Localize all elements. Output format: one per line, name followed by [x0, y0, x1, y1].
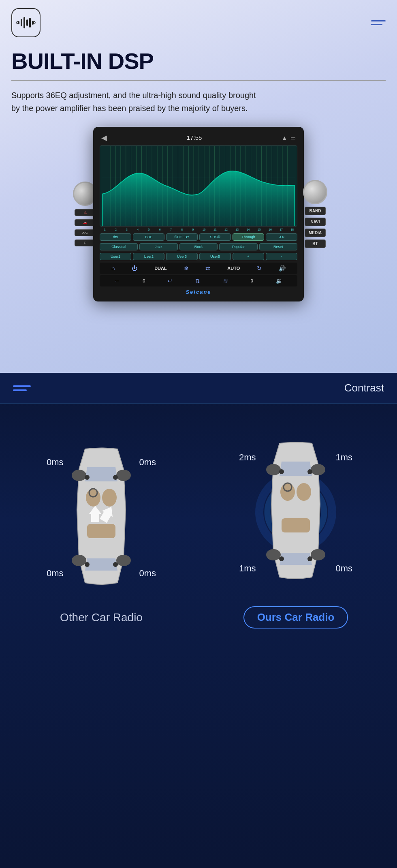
jazz-btn[interactable]: Jazz: [139, 243, 177, 250]
logo-box[interactable]: [11, 8, 41, 37]
battery-icon: ▭: [290, 135, 296, 141]
description-text: Supports 36EQ adjustment, and the ultra-…: [11, 89, 263, 115]
page-title: BUILT-IN DSP: [11, 49, 386, 74]
svg-point-63: [280, 483, 295, 501]
ours-car-visual: [259, 439, 332, 587]
radio-top-bar: ◀ 17:55 ▲ ▭: [100, 133, 297, 142]
ours-timing-bottom-left: 1ms: [239, 563, 256, 574]
back-button[interactable]: ◀: [101, 133, 107, 142]
eq-chart-area: [100, 145, 297, 227]
svg-point-72: [307, 469, 312, 474]
user2-btn[interactable]: User2: [133, 253, 164, 260]
user5-btn[interactable]: User5: [199, 253, 231, 260]
contrast-line-2: [13, 389, 27, 391]
svg-point-71: [279, 469, 284, 474]
zero-label-2: 0: [251, 278, 253, 283]
contrast-line-1: [13, 385, 31, 387]
extra-btn[interactable]: ↺↻: [266, 233, 297, 241]
svg-rect-3: [26, 19, 28, 26]
corner-icon[interactable]: ↵: [168, 278, 173, 284]
other-car-svg: [65, 445, 138, 591]
sync-icon[interactable]: ⇄: [205, 265, 210, 272]
home-nav-icon[interactable]: ⌂: [111, 265, 115, 272]
top-section: BUILT-IN DSP Supports 36EQ adjustment, a…: [0, 0, 397, 373]
svg-rect-2: [23, 17, 25, 28]
comparison-area: 0ms 0ms 0ms 0ms: [0, 404, 397, 645]
menu-button[interactable]: [371, 20, 386, 25]
rock-btn[interactable]: Rock: [179, 243, 218, 250]
srs-btn[interactable]: SRS©: [199, 233, 231, 241]
signal-icon: ▲: [282, 135, 287, 141]
radio-time: 17:55: [187, 134, 202, 141]
svg-point-67: [266, 464, 281, 475]
right-knob[interactable]: [303, 180, 327, 204]
dolby-btn[interactable]: ®DOLBY: [166, 233, 198, 241]
svg-point-55: [85, 562, 90, 567]
other-car-top-view: 0ms 0ms 0ms 0ms: [45, 433, 158, 603]
dts-btn[interactable]: dts: [100, 233, 131, 241]
other-timing-top-right: 0ms: [139, 457, 156, 468]
user3-btn[interactable]: User3: [166, 253, 198, 260]
status-icons: ▲ ▭: [282, 135, 296, 141]
band-btn[interactable]: BAND: [305, 207, 326, 215]
loop-icon[interactable]: ↻: [257, 265, 262, 272]
svg-point-53: [85, 475, 90, 480]
contrast-label: Contrast: [344, 382, 384, 394]
other-car-item: 0ms 0ms 0ms 0ms: [8, 433, 194, 624]
bt-btn[interactable]: BT: [305, 239, 326, 248]
car-btn[interactable]: 🚗: [75, 219, 96, 226]
add-btn[interactable]: +: [233, 253, 264, 260]
ours-car-svg: [259, 439, 332, 585]
header-bar: [11, 8, 386, 37]
ac-btn[interactable]: A/C: [75, 229, 96, 236]
minus-btn[interactable]: -: [266, 253, 297, 260]
svg-point-52: [116, 555, 131, 566]
back-nav-icon[interactable]: ←: [114, 278, 120, 284]
popular-btn[interactable]: Popular: [219, 243, 257, 250]
zero-label-1: 0: [143, 278, 145, 283]
ours-timing-top-left: 2ms: [239, 452, 256, 463]
sound-preset-row: Classical Jazz Rock Popular Reset: [100, 243, 297, 250]
bbe-btn[interactable]: BBE: [133, 233, 164, 241]
ours-timing-bottom-right: 0ms: [335, 563, 352, 574]
radio-nav-bar-2: ← 0 ↵ ⇅ ≋ 0 🔉: [100, 275, 297, 286]
auto-label: AUTO: [227, 266, 240, 271]
car-sync-icon[interactable]: ⇅: [195, 278, 200, 284]
ours-car-top-view: 2ms 1ms 1ms 0ms: [239, 428, 352, 598]
svg-rect-47: [87, 524, 115, 538]
svg-rect-4: [29, 18, 31, 28]
ours-car-item: 2ms 1ms 1ms 0ms: [203, 428, 389, 629]
audio-waveform-icon: [16, 13, 36, 32]
fan-icon[interactable]: ≋: [223, 278, 228, 284]
hamburger-line-2: [371, 24, 382, 25]
svg-point-50: [116, 470, 131, 481]
ours-car-label-area: Ours Car Radio: [243, 606, 348, 629]
user1-btn[interactable]: User1: [100, 253, 131, 260]
svg-point-54: [113, 475, 118, 480]
contrast-bar: Contrast: [0, 373, 397, 404]
display-btn[interactable]: ⊟: [75, 239, 96, 246]
other-timing-bottom-left: 0ms: [47, 568, 64, 579]
volume-up-icon[interactable]: 🔊: [279, 265, 286, 272]
volume-down-icon[interactable]: 🔉: [276, 278, 283, 284]
dual-label: DUAL: [154, 266, 167, 271]
power-nav-icon[interactable]: ⏻: [132, 265, 137, 272]
navi-btn[interactable]: NAVI: [305, 218, 326, 226]
other-car-label-area: Other Car Radio: [60, 611, 143, 624]
svg-point-74: [307, 556, 312, 561]
freq-bands-row: 1 2 3 4 5 6 7 8 9 10 11 12 13 14 15 16 1: [100, 228, 297, 231]
eq-svg-chart: [100, 146, 297, 226]
through-btn[interactable]: Through: [233, 233, 264, 241]
reset-btn[interactable]: Reset: [259, 243, 297, 250]
media-btn[interactable]: MEDIA: [305, 229, 326, 237]
brand-name: Seicane: [100, 289, 297, 295]
right-controls: BAND NAVI MEDIA BT: [303, 180, 327, 248]
other-car-label: Other Car Radio: [60, 611, 143, 624]
user-preset-row: User1 User2 User3 User5 + -: [100, 253, 297, 260]
ours-car-label-button[interactable]: Ours Car Radio: [243, 606, 348, 629]
svg-point-49: [72, 470, 86, 481]
warning-btn[interactable]: ⚠: [75, 209, 96, 216]
snowflake-icon[interactable]: ❄: [184, 265, 189, 272]
classical-btn[interactable]: Classical: [100, 243, 138, 250]
other-timing-top-left: 0ms: [47, 457, 64, 468]
